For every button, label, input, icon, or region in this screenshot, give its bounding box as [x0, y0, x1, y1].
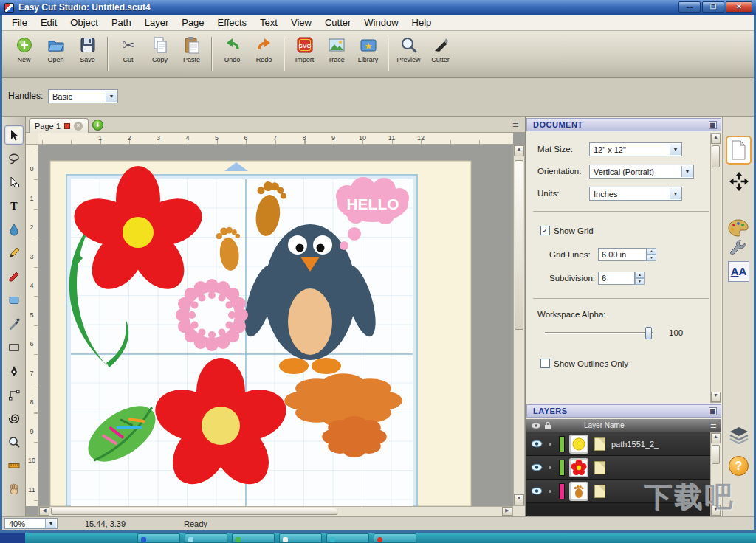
- layer-color-swatch[interactable]: [559, 436, 565, 452]
- layer-thumbnail[interactable]: [569, 482, 588, 501]
- paste-button[interactable]: Paste: [176, 35, 207, 63]
- menu-item[interactable]: Edit: [34, 15, 63, 30]
- zoom-dropdown[interactable]: 40% ▼: [4, 518, 58, 529]
- rectangle-tool-button[interactable]: [4, 338, 24, 357]
- os-taskbar[interactable]: [0, 533, 756, 543]
- layers-menu-icon[interactable]: ≣: [710, 421, 717, 430]
- minimize-button[interactable]: —: [678, 1, 701, 13]
- menu-item[interactable]: Help: [405, 15, 439, 30]
- panel-scroll-thumb[interactable]: [712, 145, 720, 167]
- layers-stack-icon[interactable]: [729, 426, 749, 444]
- copy-button[interactable]: Copy: [144, 35, 176, 63]
- scroll-up-icon[interactable]: ▲: [711, 134, 721, 144]
- layers-panel-header[interactable]: LAYERS ▦: [526, 404, 721, 418]
- taskbar-button[interactable]: [137, 533, 180, 543]
- lock-dot[interactable]: [549, 490, 551, 493]
- eye-icon[interactable]: [531, 440, 543, 448]
- save-button[interactable]: Save: [72, 35, 103, 63]
- open-button[interactable]: Open: [40, 35, 72, 63]
- lasso-tool-button[interactable]: [4, 149, 24, 168]
- document-panel-header[interactable]: DOCUMENT ▦: [526, 118, 721, 131]
- layer-color-swatch[interactable]: [559, 460, 565, 476]
- eye-icon[interactable]: [531, 463, 543, 471]
- start-button[interactable]: [0, 533, 25, 543]
- panel-menu-icon[interactable]: ≣: [512, 120, 519, 129]
- taskbar-button[interactable]: [185, 533, 227, 543]
- preview-button[interactable]: Preview: [393, 35, 425, 63]
- select-tool-button[interactable]: [4, 125, 24, 145]
- layer-color-swatch[interactable]: [559, 483, 565, 499]
- eyedropper-tool-button[interactable]: [4, 314, 24, 333]
- move-icon[interactable]: [729, 171, 749, 192]
- redo-button[interactable]: Redo: [248, 35, 280, 63]
- menu-item[interactable]: Path: [105, 15, 138, 30]
- mat-size-dropdown[interactable]: 12" x 12"▼: [589, 142, 682, 156]
- spiral-tool-button[interactable]: [4, 409, 24, 428]
- scroll-left-icon[interactable]: ◀: [39, 507, 49, 516]
- vscroll-thumb[interactable]: [515, 160, 523, 330]
- orientation-dropdown[interactable]: Vertical (Portrait)▼: [589, 165, 694, 179]
- menu-item[interactable]: View: [284, 15, 318, 30]
- pan-tool-button[interactable]: [4, 480, 24, 499]
- trace-button[interactable]: Trace: [320, 35, 352, 63]
- layers-scroll-thumb[interactable]: [712, 445, 720, 464]
- fonts-button[interactable]: AA: [728, 261, 749, 282]
- scroll-right-icon[interactable]: ▶: [502, 507, 512, 516]
- subdivision-spinner[interactable]: ▲▼: [635, 272, 645, 285]
- workspace-alpha-slider[interactable]: [545, 332, 653, 334]
- taskbar-button[interactable]: [326, 533, 369, 543]
- collapse-panel-icon[interactable]: ▦: [709, 407, 717, 415]
- undo-button[interactable]: Undo: [216, 35, 248, 63]
- menu-item[interactable]: Window: [357, 15, 405, 30]
- import-button[interactable]: SVG Import: [289, 35, 320, 63]
- show-grid-checkbox[interactable]: ✓: [540, 226, 550, 235]
- scroll-up-icon[interactable]: ▲: [514, 145, 524, 156]
- hscroll-thumb[interactable]: [51, 508, 337, 515]
- orange-flower-small[interactable]: [322, 416, 387, 457]
- scroll-up-icon[interactable]: ▲: [711, 433, 721, 443]
- shape-tool-button[interactable]: [4, 291, 24, 310]
- taskbar-button[interactable]: [374, 533, 416, 543]
- handles-dropdown[interactable]: Basic ▼: [48, 89, 118, 103]
- scallop-wreath[interactable]: [176, 279, 248, 351]
- design-viewport[interactable]: HELLO: [38, 145, 513, 506]
- scroll-down-icon[interactable]: ▼: [711, 392, 721, 402]
- menu-item[interactable]: Page: [175, 15, 210, 30]
- canvas-vscrollbar[interactable]: ▲ ▼: [513, 145, 525, 506]
- add-page-button[interactable]: +: [92, 120, 103, 131]
- node-edit-tool-button[interactable]: [4, 173, 24, 192]
- layer-thumbnail[interactable]: [569, 458, 588, 477]
- layer-thumbnail[interactable]: [569, 435, 588, 454]
- maximize-button[interactable]: ❐: [702, 1, 724, 13]
- properties-page-button[interactable]: [726, 136, 752, 165]
- menu-item[interactable]: Cutter: [318, 15, 357, 30]
- chevron-down-icon[interactable]: ▼: [106, 91, 117, 102]
- wrench-icon[interactable]: [729, 239, 748, 258]
- layer-row[interactable]: [526, 456, 710, 480]
- fill-tool-button[interactable]: [4, 220, 24, 239]
- menu-item[interactable]: File: [5, 15, 34, 30]
- collapse-panel-icon[interactable]: ▦: [709, 121, 717, 129]
- lock-icon[interactable]: [544, 421, 551, 429]
- pen-tool-button[interactable]: [4, 362, 24, 381]
- cutter-button[interactable]: Cutter: [425, 35, 456, 63]
- units-dropdown[interactable]: Inches▼: [589, 187, 682, 201]
- slider-handle[interactable]: [645, 327, 652, 339]
- menu-item[interactable]: Object: [63, 15, 105, 30]
- menu-item[interactable]: Effects: [211, 15, 254, 30]
- pencil-tool-button[interactable]: [4, 243, 24, 263]
- scroll-down-icon[interactable]: ▼: [514, 494, 524, 505]
- close-tab-icon[interactable]: ×: [74, 122, 83, 131]
- menu-item[interactable]: Layer: [138, 15, 176, 30]
- layer-row[interactable]: path1551_2_: [526, 432, 710, 456]
- taskbar-button[interactable]: [232, 533, 275, 543]
- close-button[interactable]: ✕: [726, 1, 752, 13]
- measure-tool-button[interactable]: [4, 456, 24, 475]
- help-button[interactable]: ?: [729, 456, 749, 476]
- cut-button[interactable]: ✂ Cut: [112, 35, 144, 63]
- show-outlines-checkbox[interactable]: [540, 359, 550, 368]
- grid-lines-input[interactable]: 6.00 in: [598, 248, 647, 261]
- zoom-tool-button[interactable]: [4, 432, 24, 452]
- new-button[interactable]: New: [8, 35, 40, 63]
- library-button[interactable]: ★ Library: [352, 35, 384, 63]
